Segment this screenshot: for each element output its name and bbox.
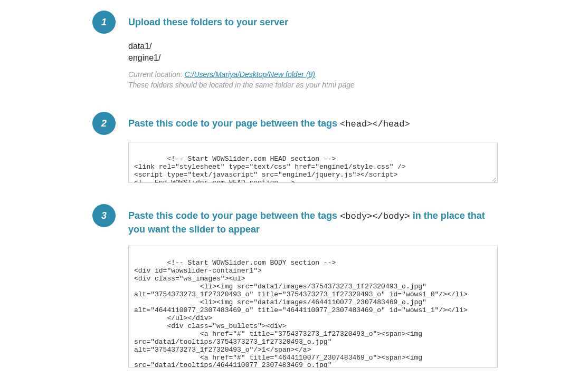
step-2-badge: 2 (92, 112, 116, 135)
step-3-number: 3 (101, 211, 107, 220)
step-1-hint-prefix: Current location: (128, 70, 185, 79)
step-1-heading: Upload these folders to your server (128, 11, 498, 29)
step-2-code: <!-- Start WOWSlider.com HEAD section --… (134, 155, 406, 183)
resize-handle-icon (490, 176, 497, 182)
step-1-location-link[interactable]: C:/Users/Mariya/Desktop/New folder (8) (185, 70, 315, 79)
step-2: 2 Paste this code to your page between t… (0, 112, 588, 183)
step-3-code-box[interactable]: <!-- Start WOWSlider.com BODY section --… (128, 246, 498, 368)
step-3-heading: Paste this code to your page between the… (128, 204, 498, 236)
step-2-code-box[interactable]: <!-- Start WOWSlider.com HEAD section --… (128, 142, 498, 183)
step-3-heading-text-a: Paste this code to your page between the… (128, 210, 340, 221)
step-2-number: 2 (101, 119, 107, 128)
step-3: 3 Paste this code to your page between t… (0, 204, 588, 368)
step-1-hint-line2: These folders should be located in the s… (128, 81, 355, 89)
step-3-code: <!-- Start WOWSlider.com BODY section --… (134, 259, 468, 368)
step-1-badge: 1 (92, 11, 116, 34)
step-3-content: Paste this code to your page between the… (128, 204, 498, 368)
step-1-number: 1 (101, 17, 107, 27)
step-1-content: Upload these folders to your server data… (128, 11, 498, 91)
step-2-heading: Paste this code to your page between the… (128, 112, 498, 131)
step-1-hint: Current location: C:/Users/Mariya/Deskto… (128, 70, 498, 90)
step-2-heading-tags: <head></head> (340, 119, 410, 129)
step-1: 1 Upload these folders to your server da… (0, 11, 588, 91)
step-2-content: Paste this code to your page between the… (128, 112, 498, 183)
step-3-badge: 3 (92, 204, 116, 227)
step-3-heading-tags: <body></body> (340, 211, 410, 221)
instructions-container: 1 Upload these folders to your server da… (0, 0, 588, 378)
step-1-folder-list: data1/ engine1/ (128, 41, 498, 63)
step-2-heading-text: Paste this code to your page between the… (128, 118, 340, 129)
